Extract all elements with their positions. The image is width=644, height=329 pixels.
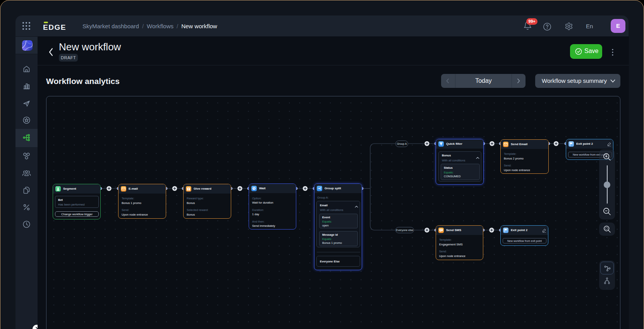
- svg-text:Group A: Group A: [397, 142, 407, 146]
- svg-text:Everyone else: Everyone else: [396, 229, 413, 232]
